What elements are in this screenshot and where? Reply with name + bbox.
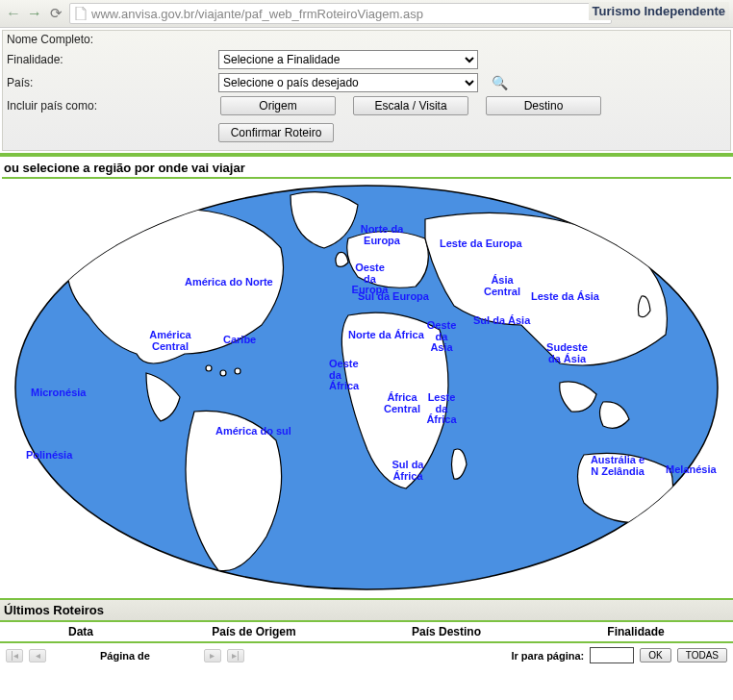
pais-select[interactable]: Selecione o país desejado	[218, 73, 478, 92]
world-map: América do Norte América Central Caribe …	[2, 181, 731, 594]
url-text: www.anvisa.gov.br/viajante/paf_web_frmRo…	[91, 7, 423, 21]
ir-para-input[interactable]	[590, 647, 634, 663]
region-norte-europa[interactable]: Norte da Europa	[358, 224, 406, 246]
ir-para-label: Ir para página:	[511, 650, 584, 662]
region-leste-europa[interactable]: Leste da Europa	[440, 238, 522, 250]
region-sul-asia[interactable]: Sul da Ásia	[473, 315, 530, 327]
form-panel: Nome Completo: Finalidade: Selecione a F…	[2, 30, 731, 151]
region-caribe[interactable]: Caribe	[223, 335, 256, 346]
reload-icon[interactable]: ⟳	[48, 6, 63, 21]
col-origem: País de Origem	[158, 625, 350, 638]
pagina-de-label: Página de	[100, 650, 150, 662]
svg-point-3	[206, 365, 212, 371]
footer: Últimos Roteiros Data País de Origem Paí…	[0, 598, 733, 667]
pager-next-icon[interactable]: ▸	[204, 649, 221, 662]
region-leste-africa[interactable]: Leste da África	[422, 392, 461, 426]
region-micronesia[interactable]: Micronésia	[31, 388, 86, 399]
col-finalidade: Finalidade	[543, 625, 729, 638]
origem-button[interactable]: Origem	[220, 96, 336, 115]
pager-first-icon[interactable]: |◂	[6, 649, 23, 662]
region-leste-asia[interactable]: Leste da Ásia	[531, 291, 599, 303]
ok-button[interactable]: OK	[640, 648, 670, 662]
incluir-label: Incluir país como:	[7, 99, 218, 112]
back-icon[interactable]: ←	[6, 6, 21, 21]
nome-label: Nome Completo:	[7, 33, 218, 46]
destino-button[interactable]: Destino	[486, 96, 601, 115]
finalidade-select[interactable]: Selecione a Finalidade	[218, 50, 478, 69]
confirmar-button[interactable]: Confirmar Roteiro	[218, 123, 334, 142]
region-norte-africa[interactable]: Norte da África	[348, 330, 424, 341]
region-oeste-asia[interactable]: Oeste da Asia	[423, 320, 460, 354]
map-section-title: ou selecione a região por onde vai viaja…	[0, 153, 733, 177]
region-america-sul[interactable]: América do sul	[215, 426, 291, 438]
finalidade-label: Finalidade:	[7, 53, 218, 66]
col-data: Data	[4, 625, 158, 638]
url-bar[interactable]: www.anvisa.gov.br/viajante/paf_web_frmRo…	[69, 3, 612, 24]
todas-button[interactable]: TODAS	[677, 648, 727, 662]
page-icon	[74, 7, 88, 20]
region-asia-central[interactable]: Ásia Central	[483, 275, 521, 297]
svg-point-5	[235, 368, 240, 374]
svg-point-4	[220, 370, 226, 376]
search-icon[interactable]: 🔍	[492, 75, 508, 90]
forward-icon[interactable]: →	[27, 6, 42, 21]
region-melanesia[interactable]: Melanésia	[666, 464, 717, 476]
ultimos-roteiros-title: Últimos Roteiros	[0, 598, 733, 622]
region-sudeste-asia[interactable]: Sudeste da Ásia	[545, 342, 589, 364]
region-africa-central[interactable]: África Central	[382, 392, 422, 414]
escala-button[interactable]: Escala / Visita	[353, 96, 468, 115]
region-sul-africa[interactable]: Sul da África	[389, 460, 427, 482]
col-destino: País Destino	[350, 625, 543, 638]
pager-prev-icon[interactable]: ◂	[29, 649, 46, 662]
region-america-central[interactable]: América Central	[149, 330, 191, 352]
browser-toolbar: ← → ⟳ www.anvisa.gov.br/viajante/paf_web…	[0, 0, 733, 28]
pais-label: País:	[7, 76, 218, 89]
region-australia[interactable]: Austrália e N Zelândia	[589, 455, 646, 477]
brand-title: Turismo Independente	[589, 2, 729, 20]
region-america-norte[interactable]: América do Norte	[185, 277, 273, 288]
table-header-row: Data País de Origem País Destino Finalid…	[0, 622, 733, 643]
region-sul-europa[interactable]: Sul da Europa	[358, 291, 429, 303]
pager: |◂ ◂ Página de ▸ ▸| Ir para página: OK T…	[0, 643, 733, 667]
pager-last-icon[interactable]: ▸|	[227, 649, 244, 662]
region-polinesia[interactable]: Polinésia	[26, 450, 72, 462]
divider	[2, 177, 731, 179]
region-oeste-africa[interactable]: Oeste da África	[329, 359, 372, 392]
